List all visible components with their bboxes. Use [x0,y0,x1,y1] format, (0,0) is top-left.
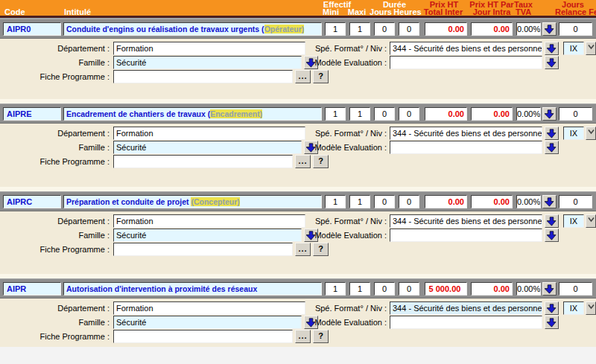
browse-button[interactable]: ... [295,155,311,168]
title-field[interactable]: Préparation et conduite de projet (Conce… [63,195,322,208]
help-button[interactable]: ? [313,330,329,343]
prix-jour-intra-field[interactable]: 0.00 [471,22,513,36]
modele-dropdown-button[interactable] [545,316,559,329]
departement-field[interactable]: Formation [113,127,305,140]
prix-total-inter-field[interactable]: 0.00 [425,22,467,36]
spe-format-dropdown-button[interactable] [545,127,559,140]
duree-heures-field[interactable]: 0 [399,22,419,36]
title-text: Encadrement de chantiers de travaux ( [66,109,210,118]
browse-button[interactable]: ... [295,330,311,343]
niveau-field[interactable]: IX [563,42,584,55]
modele-dropdown-button[interactable] [545,229,559,242]
tva-dropdown-button[interactable] [542,282,557,296]
browse-button[interactable]: ... [295,70,311,83]
jours-relance-field[interactable]: 0 [559,195,592,208]
spe-format-dropdown-button[interactable] [545,301,559,315]
prix-total-inter-field[interactable]: 0.00 [425,195,467,208]
niveau-combo-button[interactable] [586,214,596,228]
help-button[interactable]: ? [313,70,329,83]
effectif-maxi-field[interactable]: 1 [349,107,370,121]
duree-heures-field[interactable]: 0 [399,282,419,296]
famille-field[interactable]: Sécurité [113,316,302,329]
famille-label: Famille : [0,316,110,329]
effectif-mini-field[interactable]: 1 [325,22,346,36]
down-arrow-icon [545,284,554,294]
fiche-programme-label: Fiche Programme : [0,330,110,343]
down-arrow-icon [547,217,557,226]
modele-evaluation-field[interactable] [390,316,542,329]
down-arrow-icon [547,304,557,313]
effectif-mini-field[interactable]: 1 [325,195,346,208]
famille-field[interactable]: Sécurité [113,141,302,154]
duree-jours-field[interactable]: 0 [374,107,395,121]
code-field[interactable]: AIPRC [3,195,61,208]
prix-jour-intra-field[interactable]: 0.00 [471,195,513,208]
modele-evaluation-field[interactable] [390,229,542,242]
prix-jour-intra-field[interactable]: 0.00 [471,107,513,121]
niveau-field[interactable]: IX [563,127,584,140]
effectif-maxi-field[interactable]: 1 [349,282,370,296]
niveau-combo-button[interactable] [586,301,596,315]
help-button[interactable]: ? [313,243,329,256]
prix-jour-intra-field[interactable]: 0.00 [471,282,513,296]
departement-field[interactable]: Formation [113,214,305,228]
jours-relance-field[interactable]: 0 [559,22,592,36]
title-field[interactable]: Encadrement de chantiers de travaux (Enc… [63,107,322,121]
modele-dropdown-button[interactable] [545,56,559,69]
help-button[interactable]: ? [313,155,329,168]
title-highlight: Encadrement) [210,109,262,118]
duree-heures-field[interactable]: 0 [399,195,419,208]
jours-relance-field[interactable]: 0 [559,282,592,296]
modele-dropdown-button[interactable] [545,141,559,154]
down-arrow-icon [545,25,554,34]
duree-jours-field[interactable]: 0 [374,22,395,36]
niveau-field[interactable]: IX [563,214,584,228]
code-field[interactable]: AIPR [3,282,61,296]
spe-format-field[interactable]: 344 - Sécurité des biens et des personne… [390,127,542,140]
jours-relance-field[interactable]: 0 [559,107,592,121]
departement-field[interactable]: Formation [113,301,305,315]
effectif-mini-field[interactable]: 1 [325,107,346,121]
spe-format-label: Spé. Format° / Niv : [298,127,387,140]
fiche-programme-field[interactable] [113,155,293,168]
down-arrow-icon [547,129,557,138]
tva-dropdown-button[interactable] [542,107,557,121]
fiche-programme-field[interactable] [113,243,293,256]
niveau-field[interactable]: IX [563,301,584,315]
effectif-maxi-field[interactable]: 1 [349,195,370,208]
code-field[interactable]: AIPR0 [3,22,61,36]
niveau-combo-button[interactable] [586,127,596,140]
tva-dropdown-button[interactable] [542,22,557,36]
modele-evaluation-field[interactable] [390,141,542,154]
spe-format-field[interactable]: 344 - Sécurité des biens et des personne… [390,301,542,315]
famille-field[interactable]: Sécurité [113,56,302,69]
effectif-mini-field[interactable]: 1 [325,282,346,296]
prix-total-inter-field[interactable]: 0.00 [425,107,467,121]
spe-format-dropdown-button[interactable] [545,42,559,55]
taux-tva-field[interactable]: 0.00% [516,22,541,36]
fiche-programme-field[interactable] [113,330,293,343]
title-field[interactable]: Conduite d'engins ou réalisation de trav… [63,22,322,36]
departement-field[interactable]: Formation [113,42,305,55]
code-field[interactable]: AIPRE [3,107,61,121]
niveau-combo-button[interactable] [586,42,596,55]
taux-tva-field[interactable]: 0.00% [516,107,541,121]
taux-tva-field[interactable]: 0.00% [516,282,541,296]
spe-format-dropdown-button[interactable] [545,214,559,228]
famille-field[interactable]: Sécurité [113,229,302,242]
effectif-maxi-field[interactable]: 1 [349,22,370,36]
taux-tva-field[interactable]: 0.00% [516,195,541,208]
title-field[interactable]: Autorisation d'intervention à proximité … [63,282,322,296]
duree-heures-field[interactable]: 0 [399,107,419,121]
fiche-programme-field[interactable] [113,70,293,83]
title-highlight: Opérateur) [264,25,305,33]
famille-label: Famille : [0,56,110,69]
duree-jours-field[interactable]: 0 [374,195,395,208]
spe-format-field[interactable]: 344 - Sécurité des biens et des personne… [390,214,542,228]
spe-format-field[interactable]: 344 - Sécurité des biens et des personne… [390,42,542,55]
modele-evaluation-field[interactable] [390,56,542,69]
tva-dropdown-button[interactable] [542,195,557,208]
prix-total-inter-field[interactable]: 5 000.00 [425,282,467,296]
duree-jours-field[interactable]: 0 [374,282,395,296]
browse-button[interactable]: ... [295,243,311,256]
